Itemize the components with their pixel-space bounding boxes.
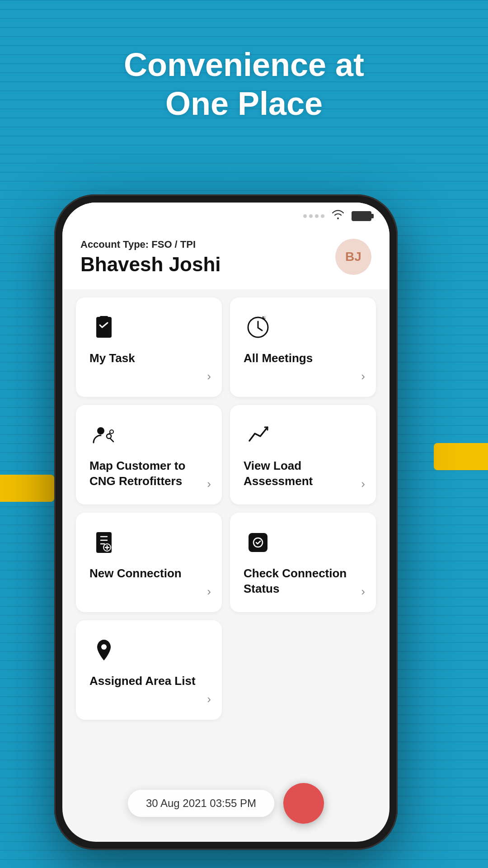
new-connection-icon <box>89 528 118 557</box>
battery-icon <box>352 211 371 221</box>
account-type-label: Account Type: FSO / TPI <box>80 239 221 250</box>
my-task-arrow: › <box>207 369 211 383</box>
new-connection-arrow: › <box>207 585 211 599</box>
all-meetings-arrow: › <box>361 369 365 383</box>
yellow-accent-left <box>0 475 54 502</box>
menu-card-map-customer[interactable]: Map Customer to CNG Retrofitters › <box>76 405 222 505</box>
phone-screen: Account Type: FSO / TPI Bhavesh Joshi BJ… <box>62 203 389 842</box>
phone-shell: Account Type: FSO / TPI Bhavesh Joshi BJ… <box>54 194 398 850</box>
all-meetings-label: All Meetings <box>244 351 362 383</box>
menu-card-all-meetings[interactable]: + All Meetings › <box>230 297 376 397</box>
hero-line2: One Place <box>165 85 323 122</box>
map-customer-label: Map Customer to CNG Retrofitters <box>89 458 208 491</box>
check-connection-arrow: › <box>361 585 365 599</box>
assessment-icon <box>244 420 272 449</box>
bottom-bar: 30 Aug 2021 03:55 PM <box>62 783 389 824</box>
menu-card-view-load[interactable]: View Load Assessment › <box>230 405 376 505</box>
assigned-area-arrow: › <box>207 692 211 706</box>
menu-card-new-connection[interactable]: New Connection › <box>76 513 222 612</box>
timestamp: 30 Aug 2021 03:55 PM <box>128 790 274 817</box>
new-connection-label: New Connection <box>89 566 208 599</box>
header-left: Account Type: FSO / TPI Bhavesh Joshi <box>80 239 221 276</box>
account-type-value: FSO / TPI <box>151 239 196 250</box>
menu-card-my-task[interactable]: My Task › <box>76 297 222 397</box>
svg-point-6 <box>107 434 111 439</box>
menu-grid: My Task › + All Meetings › <box>62 289 389 728</box>
account-type-prefix: Account Type: <box>80 239 149 250</box>
hero-text: Convenience at One Place <box>0 45 488 123</box>
check-connection-icon <box>244 528 272 557</box>
svg-text:+: + <box>263 315 266 321</box>
svg-point-12 <box>101 644 107 650</box>
svg-rect-1 <box>99 316 108 320</box>
map-customer-icon <box>89 420 118 449</box>
signal-dots <box>303 214 324 218</box>
svg-point-5 <box>97 427 104 434</box>
fab-button[interactable] <box>283 783 324 824</box>
area-list-icon <box>89 636 118 665</box>
status-bar <box>62 203 389 230</box>
map-customer-arrow: › <box>207 477 211 491</box>
hero-line1: Convenience at <box>124 47 364 83</box>
menu-card-check-connection[interactable]: Check Connection Status › <box>230 513 376 612</box>
svg-rect-0 <box>96 317 112 338</box>
user-name: Bhavesh Joshi <box>80 253 221 276</box>
assigned-area-label: Assigned Area List <box>89 674 208 706</box>
view-load-label: View Load Assessment <box>244 458 362 491</box>
menu-card-assigned-area[interactable]: Assigned Area List › <box>76 620 222 720</box>
svg-rect-10 <box>249 533 267 552</box>
view-load-arrow: › <box>361 477 365 491</box>
avatar[interactable]: BJ <box>335 239 371 275</box>
my-task-label: My Task <box>89 351 208 383</box>
meetings-icon: + <box>244 313 272 342</box>
app-header: Account Type: FSO / TPI Bhavesh Joshi BJ <box>62 230 389 289</box>
check-connection-label: Check Connection Status <box>244 566 362 599</box>
wifi-icon <box>332 209 344 223</box>
yellow-accent-right <box>434 443 488 470</box>
task-icon <box>89 313 118 342</box>
svg-point-7 <box>110 430 113 434</box>
